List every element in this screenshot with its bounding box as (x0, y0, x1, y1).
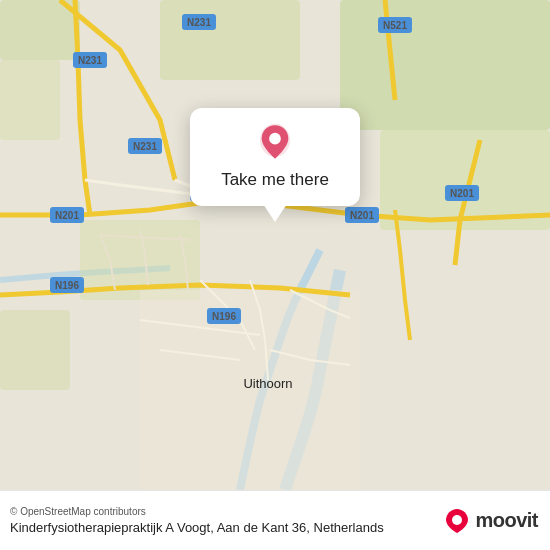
svg-text:N196: N196 (55, 280, 79, 291)
svg-point-31 (269, 133, 281, 145)
moovit-pin-icon (443, 507, 471, 535)
take-me-there-button[interactable]: Take me there (221, 168, 329, 192)
footer: © OpenStreetMap contributors Kinderfysio… (0, 490, 550, 550)
svg-text:N201: N201 (55, 210, 79, 221)
svg-rect-5 (0, 60, 60, 140)
svg-text:N231: N231 (187, 17, 211, 28)
map-tooltip: Take me there (190, 108, 360, 206)
svg-text:N231: N231 (133, 141, 157, 152)
svg-point-32 (452, 515, 462, 525)
svg-text:N201: N201 (450, 188, 474, 199)
svg-rect-1 (340, 0, 550, 130)
moovit-logo: moovit (443, 507, 538, 535)
place-name: Kinderfysiotherapiepraktijk A Voogt, Aan… (10, 520, 384, 535)
svg-rect-3 (160, 0, 300, 80)
svg-text:Uithoorn: Uithoorn (243, 376, 292, 391)
osm-attribution: © OpenStreetMap contributors (10, 506, 384, 517)
location-pin-icon (255, 122, 295, 162)
svg-rect-7 (0, 310, 70, 390)
svg-text:N196: N196 (212, 311, 236, 322)
svg-text:N521: N521 (383, 20, 407, 31)
map-view: N521 N231 N231 N231 N201 N201 N201 N201 … (0, 0, 550, 490)
svg-text:N201: N201 (350, 210, 374, 221)
svg-text:N231: N231 (78, 55, 102, 66)
footer-info: © OpenStreetMap contributors Kinderfysio… (10, 506, 384, 535)
moovit-brand-text: moovit (475, 509, 538, 532)
